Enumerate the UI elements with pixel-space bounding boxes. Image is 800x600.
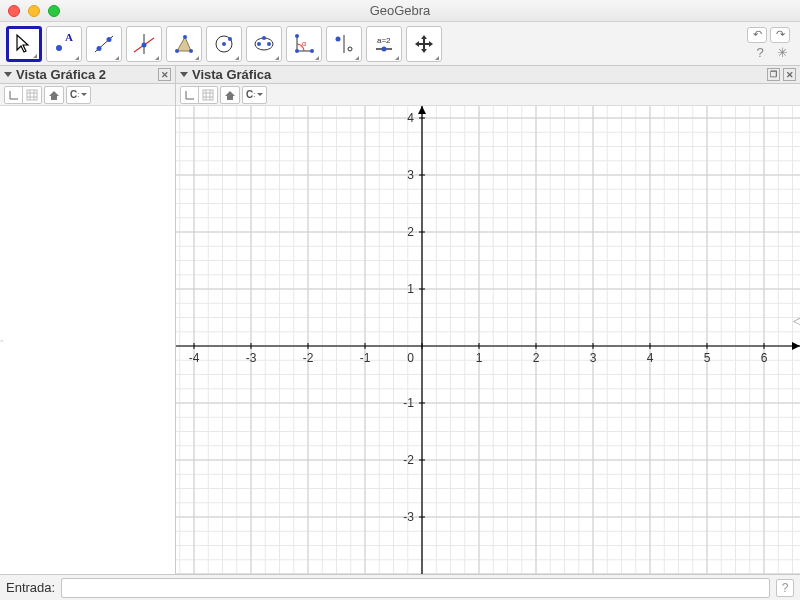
panels-container: Vista Gráfica 2 ✕ C: ◦ Vista Gráfica ❐ bbox=[0, 66, 800, 574]
svg-text:2: 2 bbox=[533, 351, 540, 365]
input-label: Entrada: bbox=[6, 580, 55, 595]
svg-text:α: α bbox=[302, 40, 306, 47]
panel-title-left: Vista Gráfica 2 bbox=[16, 67, 106, 82]
svg-point-4 bbox=[107, 37, 112, 42]
svg-text:-4: -4 bbox=[189, 351, 200, 365]
svg-point-11 bbox=[183, 35, 187, 39]
svg-marker-143 bbox=[418, 106, 426, 114]
svg-text:1: 1 bbox=[476, 351, 483, 365]
svg-text:5: 5 bbox=[704, 351, 711, 365]
move-view-tool[interactable] bbox=[406, 26, 442, 62]
svg-point-20 bbox=[295, 34, 299, 38]
reflect-tool[interactable] bbox=[326, 26, 362, 62]
svg-text:1: 1 bbox=[407, 282, 414, 296]
svg-point-3 bbox=[97, 46, 102, 51]
point-capture-right[interactable]: C: bbox=[242, 86, 267, 104]
window-title: GeoGebra bbox=[370, 3, 431, 18]
panel-vista-grafica-2: Vista Gráfica 2 ✕ C: ◦ bbox=[0, 66, 176, 574]
svg-point-10 bbox=[189, 49, 193, 53]
redo-button[interactable]: ↷ bbox=[770, 27, 790, 43]
slider-tool[interactable]: a=2 bbox=[366, 26, 402, 62]
svg-text:-3: -3 bbox=[246, 351, 257, 365]
ellipse-tool[interactable] bbox=[246, 26, 282, 62]
axes-grid-toggle-right[interactable] bbox=[180, 86, 218, 104]
svg-rect-31 bbox=[27, 90, 37, 100]
close-window-button[interactable] bbox=[8, 5, 20, 17]
svg-point-13 bbox=[222, 42, 226, 46]
svg-text:a=2: a=2 bbox=[377, 36, 391, 45]
window-controls bbox=[8, 5, 60, 17]
svg-marker-8 bbox=[177, 37, 191, 51]
panel-title-right: Vista Gráfica bbox=[192, 67, 271, 82]
close-panel-left[interactable]: ✕ bbox=[158, 68, 171, 81]
titlebar: GeoGebra bbox=[0, 0, 800, 22]
svg-point-21 bbox=[295, 49, 299, 53]
svg-text:-1: -1 bbox=[403, 396, 414, 410]
svg-point-7 bbox=[142, 42, 147, 47]
circle-tool[interactable] bbox=[206, 26, 242, 62]
svg-point-1 bbox=[56, 45, 62, 51]
minimize-window-button[interactable] bbox=[28, 5, 40, 17]
coordinate-plane[interactable]: -4-3-2-1123456-3-2-112340 bbox=[176, 106, 800, 574]
panel-header-left[interactable]: Vista Gráfica 2 ✕ bbox=[0, 66, 175, 84]
panel-header-right[interactable]: Vista Gráfica ❐ ✕ bbox=[176, 66, 800, 84]
right-panel-collapse-handle[interactable]: ◁ bbox=[793, 313, 800, 327]
move-tool[interactable] bbox=[6, 26, 42, 62]
svg-text:-2: -2 bbox=[303, 351, 314, 365]
help-icon[interactable]: ? bbox=[752, 45, 768, 61]
angle-tool[interactable]: α bbox=[286, 26, 322, 62]
svg-point-17 bbox=[267, 42, 271, 46]
svg-point-25 bbox=[348, 47, 352, 51]
svg-text:-2: -2 bbox=[403, 453, 414, 467]
svg-point-24 bbox=[336, 36, 341, 41]
svg-text:3: 3 bbox=[590, 351, 597, 365]
polygon-tool[interactable] bbox=[166, 26, 202, 62]
svg-point-16 bbox=[257, 42, 261, 46]
point-capture-left[interactable]: C: bbox=[66, 86, 91, 104]
panel-left-subtoolbar: C: bbox=[0, 84, 175, 106]
command-input[interactable] bbox=[61, 578, 770, 598]
svg-text:A: A bbox=[65, 32, 73, 43]
svg-marker-142 bbox=[792, 342, 800, 350]
settings-icon[interactable]: ✳ bbox=[774, 45, 790, 61]
perpendicular-tool[interactable] bbox=[126, 26, 162, 62]
toolbar-right: ↶ ↷ ? ✳ bbox=[747, 27, 794, 61]
svg-text:0: 0 bbox=[407, 351, 414, 365]
svg-point-22 bbox=[310, 49, 314, 53]
svg-point-28 bbox=[382, 46, 387, 51]
svg-text:6: 6 bbox=[761, 351, 768, 365]
axes-grid-toggle-left[interactable] bbox=[4, 86, 42, 104]
svg-text:-1: -1 bbox=[360, 351, 371, 365]
svg-point-14 bbox=[228, 37, 232, 41]
home-button-left[interactable] bbox=[44, 86, 64, 104]
svg-text:-3: -3 bbox=[403, 510, 414, 524]
close-panel-right[interactable]: ✕ bbox=[783, 68, 796, 81]
left-panel-expand-handle[interactable]: ◦ bbox=[0, 335, 4, 346]
panel-right-subtoolbar: C: bbox=[176, 84, 800, 106]
collapse-arrow-icon bbox=[4, 72, 12, 77]
panel-vista-grafica: Vista Gráfica ❐ ✕ C: -4-3-2-1123456-3-2-… bbox=[176, 66, 800, 574]
input-help-button[interactable]: ? bbox=[776, 579, 794, 597]
svg-text:4: 4 bbox=[407, 111, 414, 125]
line-tool[interactable] bbox=[86, 26, 122, 62]
undo-button[interactable]: ↶ bbox=[747, 27, 767, 43]
graph-canvas[interactable]: -4-3-2-1123456-3-2-112340 bbox=[176, 106, 800, 574]
input-bar: Entrada: ? bbox=[0, 574, 800, 600]
panel-left-canvas[interactable]: ◦ bbox=[0, 106, 175, 574]
restore-panel-right[interactable]: ❐ bbox=[767, 68, 780, 81]
svg-rect-38 bbox=[203, 90, 213, 100]
svg-point-9 bbox=[175, 49, 179, 53]
svg-text:3: 3 bbox=[407, 168, 414, 182]
svg-text:2: 2 bbox=[407, 225, 414, 239]
main-toolbar: A bbox=[0, 22, 800, 66]
point-tool[interactable]: A bbox=[46, 26, 82, 62]
svg-point-18 bbox=[262, 36, 266, 40]
home-button-right[interactable] bbox=[220, 86, 240, 104]
svg-text:4: 4 bbox=[647, 351, 654, 365]
collapse-arrow-icon bbox=[180, 72, 188, 77]
zoom-window-button[interactable] bbox=[48, 5, 60, 17]
